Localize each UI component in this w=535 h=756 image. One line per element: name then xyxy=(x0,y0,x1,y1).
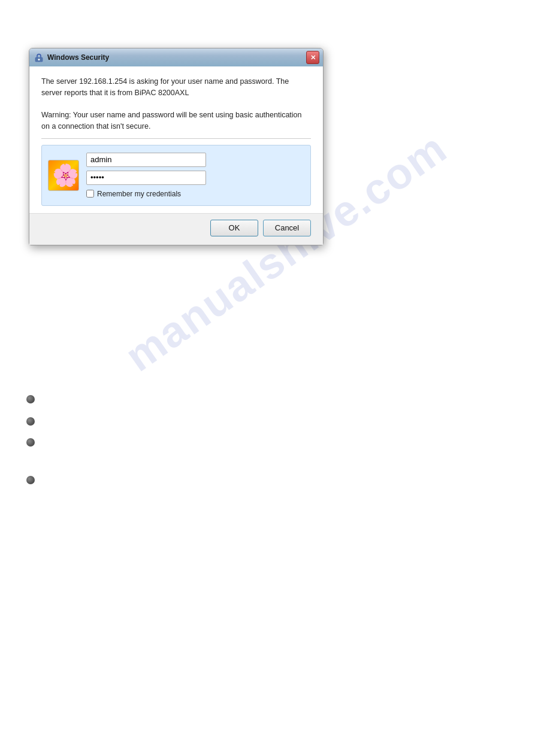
warning-text: Warning: Your user name and password wil… xyxy=(41,111,302,130)
bullet-item-3 xyxy=(26,438,35,447)
close-button[interactable]: ✕ xyxy=(306,51,319,64)
message-line2: server reports that it is from BiPAC 820… xyxy=(41,89,189,97)
cancel-button[interactable]: Cancel xyxy=(263,220,311,236)
bullet-item-1 xyxy=(26,395,35,403)
credentials-fields: Remember my credentials xyxy=(86,153,304,198)
dialog-body: The server 192.168.1.254 is asking for y… xyxy=(29,66,323,213)
dialog-title: Windows Security xyxy=(47,53,318,62)
dialog-message: The server 192.168.1.254 is asking for y… xyxy=(41,76,311,132)
remember-checkbox[interactable] xyxy=(86,190,94,198)
divider xyxy=(41,138,311,139)
svg-point-1 xyxy=(38,59,40,60)
bullet-item-2 xyxy=(26,417,35,426)
message-line1: The server 192.168.1.254 is asking for y… xyxy=(41,77,289,86)
bullet-item-4 xyxy=(26,476,35,484)
credentials-area: Remember my credentials xyxy=(41,145,311,206)
remember-label: Remember my credentials xyxy=(97,190,181,198)
dialog-footer: OK Cancel xyxy=(29,213,323,245)
security-dialog: Windows Security ✕ The server 192.168.1.… xyxy=(29,48,324,245)
user-avatar xyxy=(48,160,79,191)
password-input[interactable] xyxy=(86,171,206,185)
title-bar: Windows Security ✕ xyxy=(29,48,323,66)
remember-row: Remember my credentials xyxy=(86,190,304,198)
security-icon xyxy=(34,53,44,62)
username-input[interactable] xyxy=(86,153,206,167)
ok-button[interactable]: OK xyxy=(210,220,258,236)
